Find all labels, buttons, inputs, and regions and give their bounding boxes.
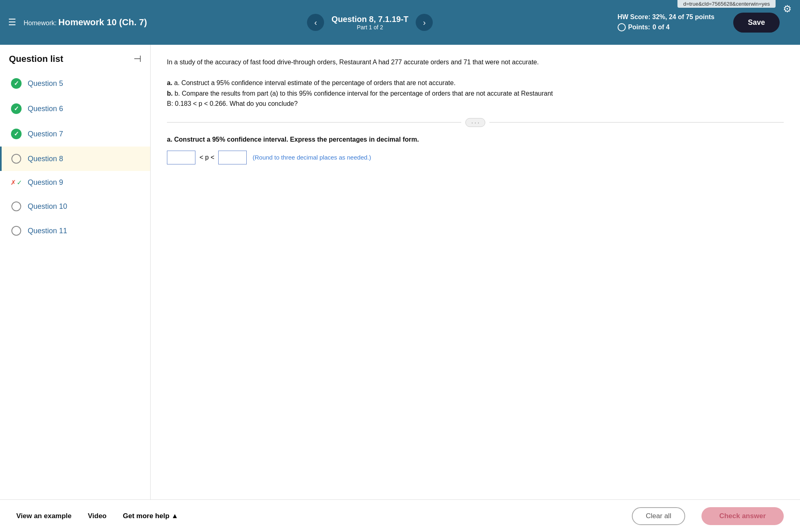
question-intro-text: In a study of the accuracy of fast food … <box>167 57 554 109</box>
points-circle-icon <box>618 23 626 31</box>
header: d=true&cld=7565628&centerwin=yes ☰ Homew… <box>0 0 800 45</box>
points: Points: 0 of 4 <box>618 23 715 31</box>
homework-info: Homework: Homework 10 (Ch. 7) <box>24 17 147 28</box>
check-answer-button[interactable]: Check answer <box>701 507 784 525</box>
q9-status-icon: ✗ ✓ <box>11 179 22 186</box>
q10-label: Question 10 <box>28 202 67 211</box>
circle-icon <box>11 201 21 211</box>
divider-line-left <box>167 122 461 123</box>
sidebar-header: Question list ⊣ <box>0 50 150 71</box>
divider-line-right <box>489 122 784 123</box>
question-part: Part 1 of 2 <box>331 24 408 31</box>
sidebar-item-q11[interactable]: Question 11 <box>0 219 150 243</box>
sidebar-item-q6[interactable]: Question 6 <box>0 96 150 121</box>
partial-check-small-icon: ✓ <box>17 179 22 186</box>
part-b-instruction-text: b. b. Compare the results from part (a) … <box>167 90 553 107</box>
gear-icon[interactable]: ⚙ <box>783 0 792 15</box>
q11-label: Question 11 <box>28 227 67 235</box>
circle-icon <box>11 154 21 164</box>
sidebar-title: Question list <box>9 54 63 64</box>
q11-status-icon <box>11 226 22 236</box>
get-more-help-label: Get more help <box>123 512 169 520</box>
save-button[interactable]: Save <box>733 13 780 33</box>
q10-status-icon <box>11 201 22 211</box>
url-bar: d=true&cld=7565628&centerwin=yes <box>677 0 776 8</box>
less-than-p-less-than-text: < p < <box>199 154 214 161</box>
get-more-help-arrow-icon: ▲ <box>171 512 178 520</box>
q5-status-icon <box>11 78 22 89</box>
partial-x-icon: ✗ <box>11 179 16 186</box>
sidebar-item-q10[interactable]: Question 10 <box>0 194 150 219</box>
q6-label: Question 6 <box>28 105 63 113</box>
q6-status-icon <box>11 103 22 114</box>
upper-bound-input[interactable] <box>218 151 247 164</box>
question-navigation: ‹ Question 8, 7.1.19-T Part 1 of 2 › <box>307 14 433 31</box>
q5-label: Question 5 <box>28 79 63 88</box>
score-section: HW Score: 32%, 24 of 75 points Points: 0… <box>618 13 715 31</box>
next-question-button[interactable]: › <box>416 14 433 31</box>
check-icon <box>11 78 22 89</box>
divider-dots: · · · <box>465 118 485 127</box>
question-title: Question 8, 7.1.19-T <box>331 15 408 24</box>
q8-label: Question 8 <box>28 155 63 163</box>
q7-status-icon <box>11 129 22 139</box>
prev-question-button[interactable]: ‹ <box>307 14 324 31</box>
question-info: Question 8, 7.1.19-T Part 1 of 2 <box>331 15 408 31</box>
part-a-label: a. Construct a 95% confidence interval. … <box>167 136 784 143</box>
clear-all-button[interactable]: Clear all <box>632 507 685 525</box>
sidebar-item-q8[interactable]: Question 8 <box>0 147 150 171</box>
main-content: In a study of the accuracy of fast food … <box>151 45 800 499</box>
hw-score: HW Score: 32%, 24 of 75 points <box>618 13 715 21</box>
lower-bound-input[interactable] <box>167 151 195 164</box>
homework-label: Homework: Homework 10 (Ch. 7) <box>24 17 147 28</box>
get-more-help-button[interactable]: Get more help ▲ <box>123 512 178 520</box>
main-layout: Question list ⊣ Question 5 Question 6 Qu… <box>0 45 800 499</box>
footer: View an example Video Get more help ▲ Cl… <box>0 499 800 532</box>
sidebar: Question list ⊣ Question 5 Question 6 Qu… <box>0 45 151 499</box>
question-list: Question 5 Question 6 Question 7 Questio… <box>0 71 150 243</box>
hint-text: (Round to three decimal places as needed… <box>252 154 371 161</box>
q9-label: Question 9 <box>28 178 63 187</box>
section-divider: · · · <box>167 118 784 127</box>
q8-status-icon <box>11 154 22 164</box>
part-a-instruction-text: a. a. Construct a 95% confidence interva… <box>167 79 456 86</box>
sidebar-item-q5[interactable]: Question 5 <box>0 71 150 96</box>
view-example-button[interactable]: View an example <box>16 512 72 520</box>
video-button[interactable]: Video <box>88 512 107 520</box>
sidebar-item-q9[interactable]: ✗ ✓ Question 9 <box>0 171 150 194</box>
sidebar-item-q7[interactable]: Question 7 <box>0 121 150 147</box>
confidence-interval-inputs: < p < (Round to three decimal places as … <box>167 151 784 164</box>
menu-icon[interactable]: ☰ <box>8 17 16 28</box>
circle-icon <box>11 226 21 236</box>
check-icon <box>11 103 22 114</box>
check-icon <box>11 129 22 139</box>
collapse-sidebar-icon[interactable]: ⊣ <box>134 54 141 64</box>
q7-label: Question 7 <box>28 130 63 138</box>
